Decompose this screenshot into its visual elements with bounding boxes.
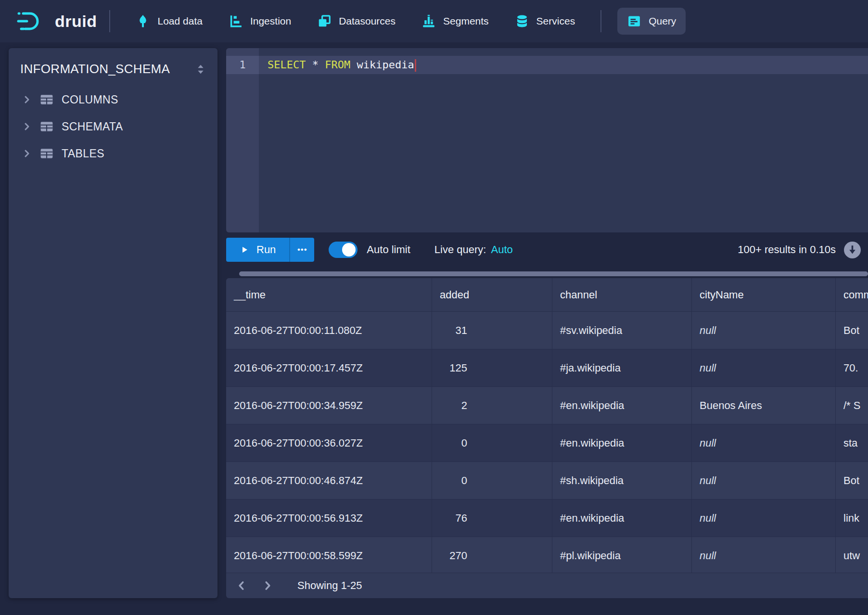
live-query-label: Live query: [434, 243, 486, 256]
nav-item-query[interactable]: Query [617, 8, 686, 35]
sidebar-item-schemata[interactable]: SCHEMATA [9, 113, 217, 140]
table-cell[interactable]: #pl.wikipedia [552, 537, 692, 575]
table-cell[interactable]: null [692, 349, 836, 387]
prev-page-button[interactable] [231, 575, 252, 596]
chevron-right-icon [22, 95, 32, 104]
table-cell[interactable]: #sv.wikipedia [552, 312, 692, 349]
table-row: 2016-06-27T00:00:36.027Z0#en.wikipedianu… [226, 424, 868, 462]
nav-item-label: Query [649, 15, 676, 27]
schema-title: INFORMATION_SCHEMA [20, 62, 170, 77]
table-cell[interactable]: null [692, 462, 836, 500]
table-cell[interactable]: null [692, 500, 836, 537]
table-cell[interactable]: 31 [432, 312, 552, 349]
column-header-comment[interactable]: comment [836, 278, 868, 312]
table-cell[interactable]: null [692, 312, 836, 349]
table-cell[interactable]: utw [836, 537, 868, 575]
next-page-button[interactable] [257, 575, 278, 596]
segments-icon [421, 14, 436, 28]
column-header-time[interactable]: __time [226, 278, 432, 312]
sql-line: SELECT * FROM wikipedia [259, 56, 868, 74]
table-row: 2016-06-27T00:00:58.599Z270#pl.wikipedia… [226, 537, 868, 575]
table-cell[interactable]: 2016-06-27T00:00:11.080Z [226, 312, 432, 349]
sql-token: wikipedia [350, 59, 414, 71]
nav-item-load-data[interactable]: Load data [126, 8, 212, 35]
ingestion-icon [229, 14, 243, 28]
nav-item-ingestion[interactable]: Ingestion [219, 8, 301, 35]
table-cell[interactable]: 0 [432, 424, 552, 462]
double-caret-sort-icon[interactable] [195, 64, 206, 75]
table-cell[interactable]: 0 [432, 462, 552, 500]
table-row: 2016-06-27T00:00:11.080Z31#sv.wikipedian… [226, 312, 868, 349]
query-icon [627, 14, 641, 28]
showing-label: Showing 1-25 [297, 579, 362, 592]
download-icon[interactable] [843, 241, 861, 259]
table-cell[interactable]: 76 [432, 500, 552, 537]
nav-divider [600, 10, 601, 32]
run-button-group: Run ••• [226, 238, 314, 262]
results-header-row: __timeaddedchannelcityNamecomment [226, 278, 868, 312]
auto-limit-toggle[interactable]: Auto limit [329, 242, 410, 258]
table-cell[interactable]: 270 [432, 537, 552, 575]
chevron-right-icon [22, 122, 32, 131]
table-cell[interactable]: 2016-06-27T00:00:36.027Z [226, 424, 432, 462]
table-cell[interactable]: 2016-06-27T00:00:58.599Z [226, 537, 432, 575]
run-label: Run [256, 243, 276, 256]
tree-item-label: TABLES [62, 147, 104, 160]
table-cell[interactable]: #en.wikipedia [552, 500, 692, 537]
brand-name: druid [55, 12, 97, 31]
top-nav: druid Load dataIngestionDatasourcesSegme… [0, 0, 868, 42]
column-header-added[interactable]: added [432, 278, 552, 312]
schema-header: INFORMATION_SCHEMA [9, 48, 217, 86]
column-header-channel[interactable]: channel [552, 278, 692, 312]
brand[interactable]: druid [16, 10, 97, 33]
nav-item-services[interactable]: Services [505, 8, 585, 35]
toggle-switch[interactable] [329, 242, 357, 258]
column-header-cityName[interactable]: cityName [692, 278, 836, 312]
tree-item-label: COLUMNS [62, 93, 118, 106]
table-cell[interactable]: #ja.wikipedia [552, 349, 692, 387]
table-cell[interactable]: sta [836, 424, 868, 462]
datasources-icon [317, 14, 332, 28]
results-body: 2016-06-27T00:00:11.080Z31#sv.wikipedian… [226, 312, 868, 575]
table-cell[interactable]: 2 [432, 387, 552, 424]
schema-tree: COLUMNSSCHEMATATABLES [9, 86, 217, 167]
nav-item-segments[interactable]: Segments [412, 8, 498, 35]
table-icon [40, 121, 53, 132]
results-count: 100+ results in 0.10s [738, 243, 836, 256]
table-cell[interactable]: 125 [432, 349, 552, 387]
table-cell[interactable]: #en.wikipedia [552, 424, 692, 462]
table-cell[interactable]: 2016-06-27T00:00:34.959Z [226, 387, 432, 424]
table-cell[interactable]: #en.wikipedia [552, 387, 692, 424]
line-number: 1 [226, 56, 259, 74]
druid-logo-icon [16, 10, 47, 33]
table-cell[interactable]: Buenos Aires [692, 387, 836, 424]
table-cell[interactable]: null [692, 537, 836, 575]
table-cell[interactable]: Bot [836, 312, 868, 349]
table-cell[interactable]: null [692, 424, 836, 462]
chevron-right-icon [262, 580, 273, 591]
live-query-value[interactable]: Auto [491, 243, 512, 256]
table-cell[interactable]: 70. [836, 349, 868, 387]
table-cell[interactable]: Bot [836, 462, 868, 500]
sidebar-item-columns[interactable]: COLUMNS [9, 86, 217, 113]
services-icon [515, 14, 529, 28]
run-bar: Run ••• Auto limit Live query: Auto 100+… [226, 238, 868, 262]
tree-item-label: SCHEMATA [62, 120, 123, 133]
table-cell[interactable]: 2016-06-27T00:00:56.913Z [226, 500, 432, 537]
run-button[interactable]: Run [226, 238, 289, 262]
nav-item-label: Load data [157, 15, 202, 27]
horizontal-scrollbar[interactable] [239, 271, 868, 276]
table-cell[interactable]: #sh.wikipedia [552, 462, 692, 500]
table-cell[interactable]: /* S [836, 387, 868, 424]
editor-code-area[interactable]: SELECT * FROM wikipedia [259, 48, 868, 232]
table-cell[interactable]: link [836, 500, 868, 537]
nav-item-datasources[interactable]: Datasources [307, 8, 405, 35]
sidebar-item-tables[interactable]: TABLES [9, 140, 217, 167]
run-more-button[interactable]: ••• [289, 238, 314, 262]
table-cell[interactable]: 2016-06-27T00:00:46.874Z [226, 462, 432, 500]
table-cell[interactable]: 2016-06-27T00:00:17.457Z [226, 349, 432, 387]
schema-sidebar: INFORMATION_SCHEMA COLUMNSSCHEMATATABLES [9, 48, 217, 598]
results-panel: __timeaddedchannelcityNamecomment 2016-0… [226, 278, 868, 598]
table-row: 2016-06-27T00:00:46.874Z0#sh.wikipedianu… [226, 462, 868, 500]
results-info: 100+ results in 0.10s [738, 241, 868, 259]
